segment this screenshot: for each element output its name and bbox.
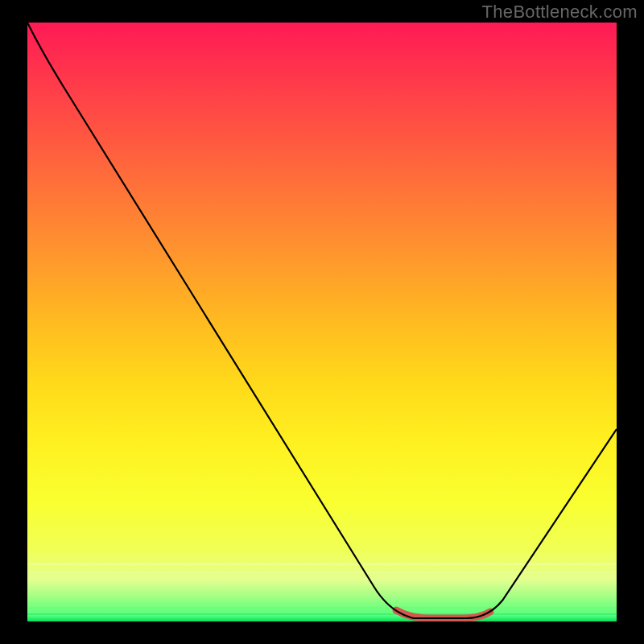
curve-svg [27, 23, 617, 621]
plot-area [27, 23, 617, 621]
bottleneck-curve [27, 23, 617, 618]
chart-frame: TheBottleneck.com [0, 0, 644, 644]
watermark-text: TheBottleneck.com [482, 2, 638, 23]
